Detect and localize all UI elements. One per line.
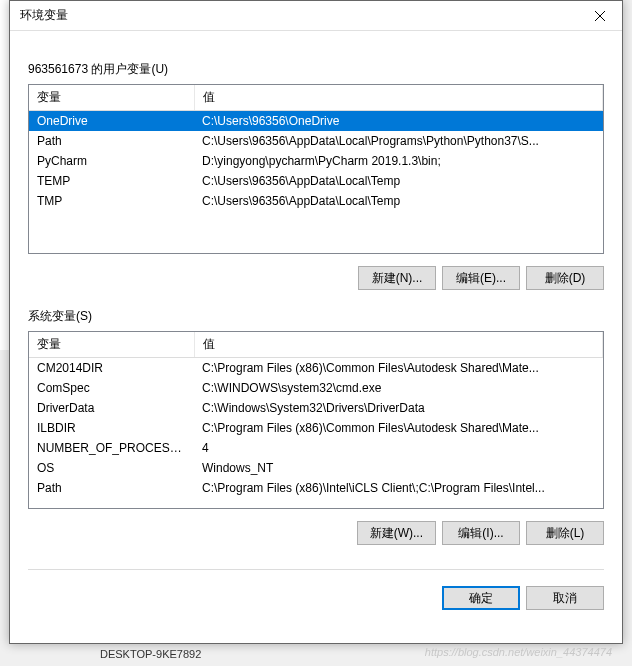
desktop-name-bg: DESKTOP-9KE7892 [100,648,201,660]
var-value-cell: C:\Program Files (x86)\Intel\iCLS Client… [194,478,603,498]
system-button-row: 新建(W)... 编辑(I)... 删除(L) [28,521,604,545]
cancel-button[interactable]: 取消 [526,586,604,610]
system-delete-button[interactable]: 删除(L) [526,521,604,545]
var-name-cell: OS [29,458,194,478]
sys-col-value[interactable]: 值 [194,332,603,358]
user-button-row: 新建(N)... 编辑(E)... 删除(D) [28,266,604,290]
env-vars-dialog: 环境变量 963561673 的用户变量(U) 变量 值 OneDriveC:\… [9,0,623,644]
table-row[interactable]: DriverDataC:\Windows\System32\Drivers\Dr… [29,398,603,418]
dialog-title: 环境变量 [20,7,577,24]
system-new-button[interactable]: 新建(W)... [357,521,436,545]
var-name-cell: ILBDIR [29,418,194,438]
close-button[interactable] [577,1,622,31]
user-col-value[interactable]: 值 [194,85,603,111]
var-name-cell: NUMBER_OF_PROCESSORS [29,438,194,458]
var-name-cell: Path [29,131,194,151]
table-row[interactable]: NUMBER_OF_PROCESSORS4 [29,438,603,458]
table-row[interactable]: PathC:\Users\96356\AppData\Local\Program… [29,131,603,151]
var-value-cell: C:\Users\96356\AppData\Local\Temp [194,171,603,191]
table-row[interactable]: OSWindows_NT [29,458,603,478]
ok-button[interactable]: 确定 [442,586,520,610]
var-value-cell: Windows_NT [194,458,603,478]
var-value-cell: C:\WINDOWS\system32\cmd.exe [194,378,603,398]
var-value-cell: 4 [194,438,603,458]
system-vars-label: 系统变量(S) [28,308,604,325]
var-value-cell: C:\Program Files (x86)\Common Files\Auto… [194,358,603,379]
system-vars-table: 变量 值 CM2014DIRC:\Program Files (x86)\Com… [29,332,603,498]
system-vars-table-wrap[interactable]: 变量 值 CM2014DIRC:\Program Files (x86)\Com… [28,331,604,509]
user-vars-label: 963561673 的用户变量(U) [28,61,604,78]
var-name-cell: DriverData [29,398,194,418]
var-name-cell: TEMP [29,171,194,191]
user-vars-table: 变量 值 OneDriveC:\Users\96356\OneDrivePath… [29,85,603,211]
dialog-body: 963561673 的用户变量(U) 变量 值 OneDriveC:\Users… [10,31,622,628]
close-icon [595,11,605,21]
var-name-cell: CM2014DIR [29,358,194,379]
table-row[interactable]: ILBDIRC:\Program Files (x86)\Common File… [29,418,603,438]
table-row[interactable]: ComSpecC:\WINDOWS\system32\cmd.exe [29,378,603,398]
sys-col-variable[interactable]: 变量 [29,332,194,358]
system-edit-button[interactable]: 编辑(I)... [442,521,520,545]
user-vars-table-wrap[interactable]: 变量 值 OneDriveC:\Users\96356\OneDrivePath… [28,84,604,254]
titlebar: 环境变量 [10,1,622,31]
var-value-cell: C:\Program Files (x86)\Common Files\Auto… [194,418,603,438]
user-new-button[interactable]: 新建(N)... [358,266,436,290]
var-value-cell: C:\Users\96356\OneDrive [194,111,603,132]
var-name-cell: OneDrive [29,111,194,132]
var-value-cell: C:\Users\96356\AppData\Local\Programs\Py… [194,131,603,151]
var-value-cell: C:\Users\96356\AppData\Local\Temp [194,191,603,211]
table-row[interactable]: TMPC:\Users\96356\AppData\Local\Temp [29,191,603,211]
var-value-cell: C:\Windows\System32\Drivers\DriverData [194,398,603,418]
table-row[interactable]: OneDriveC:\Users\96356\OneDrive [29,111,603,132]
var-value-cell: D:\yingyong\pycharm\PyCharm 2019.1.3\bin… [194,151,603,171]
table-row[interactable]: TEMPC:\Users\96356\AppData\Local\Temp [29,171,603,191]
table-row[interactable]: CM2014DIRC:\Program Files (x86)\Common F… [29,358,603,379]
user-col-variable[interactable]: 变量 [29,85,194,111]
var-name-cell: PyCharm [29,151,194,171]
table-row[interactable]: PyCharmD:\yingyong\pycharm\PyCharm 2019.… [29,151,603,171]
table-row[interactable]: PathC:\Program Files (x86)\Intel\iCLS Cl… [29,478,603,498]
user-delete-button[interactable]: 删除(D) [526,266,604,290]
var-name-cell: Path [29,478,194,498]
watermark: https://blog.csdn.net/weixin_44374474 [425,646,612,658]
var-name-cell: TMP [29,191,194,211]
main-button-row: 确定 取消 [28,569,604,610]
user-edit-button[interactable]: 编辑(E)... [442,266,520,290]
var-name-cell: ComSpec [29,378,194,398]
